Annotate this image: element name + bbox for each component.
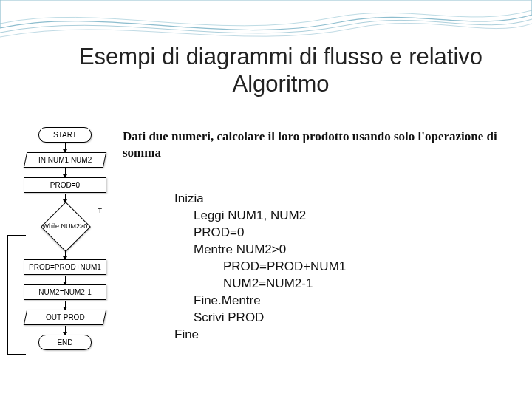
- problem-description: Dati due numeri, calcolare il loro prodo…: [123, 129, 507, 161]
- algo-line: Fine.Mentre: [174, 293, 346, 310]
- flowchart-start: START: [38, 127, 92, 143]
- flowchart-end: END: [38, 335, 92, 350]
- algo-line: Inizia: [174, 191, 346, 208]
- flowchart-add: PROD=PROD+NUM1: [24, 259, 106, 275]
- flowchart-decrement: NUM2=NUM2-1: [24, 284, 106, 300]
- flowchart-arrow: [65, 250, 66, 259]
- algo-line: Fine: [174, 327, 346, 344]
- algo-line: PROD=PROD+NUM1: [174, 259, 346, 276]
- flowchart-loopback-edge: [7, 235, 26, 355]
- decorative-wave: [0, 0, 532, 44]
- algorithm-pseudocode: Inizia Leggi NUM1, NUM2 PROD=0 Mentre NU…: [174, 191, 346, 343]
- flowchart-true-label: T: [98, 207, 103, 214]
- flowchart-arrow: [65, 168, 66, 177]
- algo-line: Leggi NUM1, NUM2: [174, 208, 346, 225]
- algo-line: PROD=0: [174, 225, 346, 242]
- flowchart-init: PROD=0: [24, 177, 106, 193]
- algo-line: Scrivi PROD: [174, 310, 346, 327]
- flowchart-input: IN NUM1 NUM2: [24, 152, 106, 168]
- flowchart-arrow: [65, 326, 66, 335]
- flowchart-arrow: [65, 301, 66, 310]
- flowchart-arrow: [65, 143, 66, 152]
- flowchart-condition: While NUM2>0 T: [41, 202, 89, 250]
- flowchart: START IN NUM1 NUM2 PROD=0 While NUM2>0 T…: [10, 127, 120, 350]
- slide-title: Esempi di diagrammi di flusso e relativo…: [74, 43, 488, 98]
- flowchart-arrow: [65, 276, 66, 284]
- algo-line: NUM2=NUM2-1: [174, 276, 346, 293]
- flowchart-output: OUT PROD: [24, 310, 106, 325]
- algo-line: Mentre NUM2>0: [174, 242, 346, 259]
